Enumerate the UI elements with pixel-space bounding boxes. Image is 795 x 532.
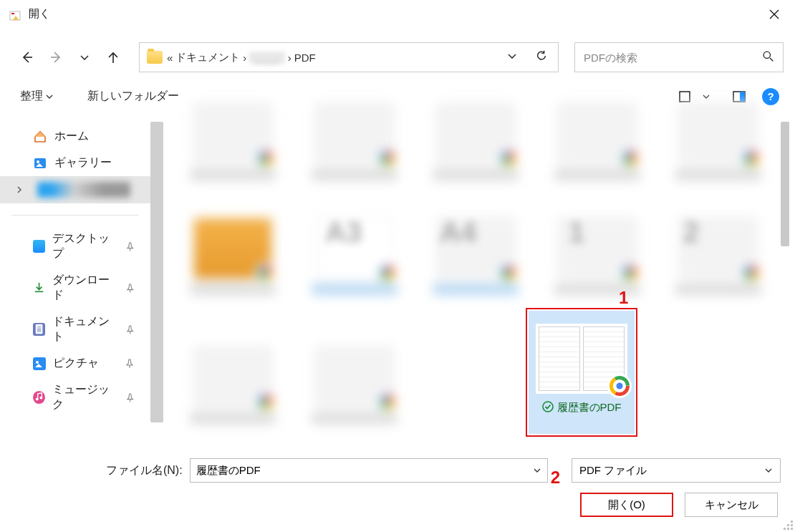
download-icon	[33, 281, 45, 294]
up-icon[interactable]	[103, 47, 123, 67]
chrome-overlay-icon	[607, 374, 632, 398]
sidebar-item-label: ドキュメント	[52, 314, 118, 344]
search-icon[interactable]	[762, 50, 774, 65]
sidebar-item-music[interactable]: ミュージック	[0, 377, 150, 418]
filename-input[interactable]: 履歴書のPDF	[190, 458, 548, 483]
pin-icon[interactable]	[125, 283, 135, 293]
folder-icon	[147, 51, 163, 64]
svg-point-2	[763, 52, 770, 58]
cancel-button-label: キャンセル	[705, 498, 758, 512]
file-thumb[interactable]	[179, 87, 286, 180]
home-icon	[33, 130, 47, 144]
svg-point-10	[36, 398, 39, 401]
file-grid-area[interactable]: A3 A4 1 2 1	[150, 116, 795, 481]
open-button-label: 開く(O)	[608, 498, 645, 512]
sidebar-item-label: ミュージック	[52, 382, 118, 412]
svg-point-18	[543, 402, 553, 412]
file-thumb[interactable]	[301, 331, 408, 424]
breadcrumb[interactable]: « ドキュメント › ____ › PDF	[167, 51, 316, 64]
sidebar-item-label: ギャラリー	[54, 155, 112, 170]
blurred-label: 2	[683, 216, 699, 248]
filetype-select[interactable]: PDF ファイル	[572, 458, 781, 483]
breadcrumb-sep-icon: ›	[243, 52, 246, 64]
blurred-label: A4	[440, 216, 476, 248]
redacted-label	[37, 182, 130, 198]
chevron-down-icon[interactable]	[533, 465, 541, 477]
address-dropdown-icon[interactable]	[506, 50, 518, 64]
breadcrumb-pdf[interactable]: PDF	[294, 52, 316, 64]
organize-label: 整理	[20, 89, 43, 104]
scrollbar-thumb[interactable]	[781, 122, 789, 246]
breadcrumb-redacted[interactable]: ____	[249, 52, 284, 64]
cancel-button[interactable]: キャンセル	[685, 493, 778, 517]
svg-point-9	[36, 361, 39, 364]
sidebar-divider	[11, 215, 139, 216]
file-thumb[interactable]	[544, 87, 651, 180]
open-button[interactable]: 開く(O)	[580, 493, 673, 517]
svg-point-7	[37, 160, 39, 163]
address-bar[interactable]: « ドキュメント › ____ › PDF	[139, 42, 559, 72]
back-icon[interactable]	[17, 47, 37, 67]
breadcrumb-sep-icon: ›	[288, 52, 292, 64]
breadcrumb-documents[interactable]: ドキュメント	[175, 51, 240, 64]
sidebar: ホーム ギャラリー デスクトップ ダウンロード ドキュメント ピクチャ	[0, 116, 150, 481]
annotation-1: 1	[619, 288, 628, 308]
blurred-label: 1	[569, 216, 584, 248]
sidebar-item-pictures[interactable]: ピクチャ	[0, 350, 150, 377]
sidebar-item-downloads[interactable]: ダウンロード	[0, 267, 150, 309]
sidebar-item-label: ダウンロード	[52, 273, 118, 303]
sidebar-item-label: ホーム	[54, 129, 89, 144]
sidebar-item-selected-redacted[interactable]	[0, 176, 150, 203]
svg-rect-1	[11, 13, 14, 14]
organize-menu[interactable]: 整理	[16, 86, 57, 107]
file-thumb-selected[interactable]: 履歴書のPDF	[526, 308, 637, 437]
chevron-down-icon[interactable]	[764, 465, 773, 477]
chevron-right-icon[interactable]	[16, 183, 24, 196]
check-icon	[542, 401, 554, 415]
app-icon	[9, 9, 23, 23]
close-icon[interactable]	[758, 3, 791, 26]
sidebar-scrollbar[interactable]	[150, 122, 163, 422]
sidebar-item-home[interactable]: ホーム	[0, 123, 150, 150]
file-thumb[interactable]	[422, 87, 529, 180]
file-thumb[interactable]	[179, 331, 286, 424]
file-thumb[interactable]	[301, 87, 408, 180]
recent-dropdown-icon[interactable]	[74, 47, 95, 67]
file-thumb[interactable]	[544, 202, 651, 295]
filename-label: ファイル名(N):	[106, 463, 183, 478]
document-icon	[33, 323, 45, 336]
annotation-2: 2	[551, 468, 560, 488]
selected-file-label: 履歴書のPDF	[557, 401, 622, 415]
sidebar-item-gallery[interactable]: ギャラリー	[0, 150, 150, 176]
svg-point-11	[40, 397, 43, 400]
pin-icon[interactable]	[125, 324, 135, 334]
search-field[interactable]	[584, 52, 762, 64]
pin-icon[interactable]	[125, 392, 135, 402]
breadcrumb-overflow[interactable]: «	[167, 52, 173, 64]
window-title: 開く	[29, 7, 50, 21]
forward-icon[interactable]	[46, 47, 66, 67]
file-thumb[interactable]	[665, 87, 772, 180]
gallery-icon	[33, 156, 47, 170]
desktop-icon	[33, 240, 45, 253]
music-icon	[33, 391, 45, 404]
pin-icon[interactable]	[125, 359, 135, 369]
sidebar-item-documents[interactable]: ドキュメント	[0, 309, 150, 350]
search-input[interactable]	[574, 42, 784, 72]
sidebar-item-label: ピクチャ	[53, 356, 99, 371]
sidebar-item-label: デスクトップ	[52, 231, 118, 261]
filename-value: 履歴書のPDF	[196, 464, 261, 478]
file-thumb[interactable]	[179, 202, 286, 295]
pictures-icon	[33, 357, 46, 370]
blurred-label: A3	[325, 216, 362, 248]
refresh-icon[interactable]	[535, 49, 548, 65]
pin-icon[interactable]	[125, 241, 135, 251]
resize-grip-icon[interactable]	[782, 519, 794, 531]
file-thumb[interactable]	[665, 202, 772, 295]
file-preview	[536, 324, 627, 394]
filetype-value: PDF ファイル	[579, 464, 647, 478]
new-folder-button[interactable]: 新しいフォルダー	[87, 89, 179, 104]
content-scrollbar[interactable]	[779, 116, 789, 481]
sidebar-item-desktop[interactable]: デスクトップ	[0, 226, 150, 267]
